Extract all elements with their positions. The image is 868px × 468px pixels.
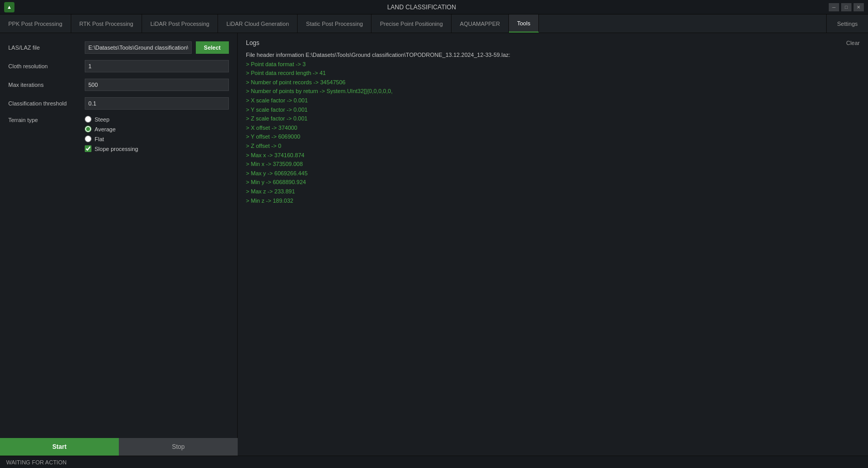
las-file-input[interactable] bbox=[85, 41, 192, 54]
logs-title: Logs bbox=[246, 39, 259, 47]
tab-lidar-cloud[interactable]: LiDAR Cloud Generation bbox=[218, 14, 298, 33]
log-line: > Point data record length -> 41 bbox=[246, 69, 860, 78]
log-line: > Min x -> 373509.008 bbox=[246, 160, 860, 169]
log-line: > Max z -> 233.891 bbox=[246, 187, 860, 197]
slope-processing-label: Slope processing bbox=[95, 146, 138, 152]
start-button[interactable]: Start bbox=[0, 438, 119, 456]
terrain-average-option[interactable]: Average bbox=[85, 126, 138, 132]
log-line: > Point data format -> 3 bbox=[246, 60, 860, 69]
slope-processing-checkbox[interactable] bbox=[85, 145, 91, 152]
max-iterations-row: Max iterations bbox=[8, 79, 229, 91]
select-button[interactable]: Select bbox=[196, 41, 229, 54]
terrain-flat-option[interactable]: Flat bbox=[85, 135, 138, 142]
app-logo: ▲ bbox=[4, 2, 14, 12]
class-threshold-label: Classification threshold bbox=[8, 100, 81, 107]
terrain-steep-radio[interactable] bbox=[85, 116, 91, 123]
settings-button[interactable]: Settings bbox=[826, 14, 868, 33]
logs-header: Logs Clear bbox=[246, 39, 860, 47]
terrain-steep-label: Steep bbox=[95, 116, 110, 123]
tab-ppk[interactable]: PPK Post Processing bbox=[0, 14, 71, 33]
las-file-row: LAS/LAZ file Select bbox=[8, 41, 229, 54]
cloth-resolution-input[interactable] bbox=[85, 60, 229, 72]
log-line: > Number of points by return -> System.U… bbox=[246, 87, 860, 96]
log-line: File header information E:\Datasets\Tool… bbox=[246, 51, 860, 60]
slope-processing-option[interactable]: Slope processing bbox=[85, 145, 138, 152]
class-threshold-input[interactable] bbox=[85, 97, 229, 110]
status-bar: WAITING FOR ACTION bbox=[0, 456, 868, 468]
tab-aquamapper[interactable]: AQUAMAPPER bbox=[452, 14, 509, 33]
class-threshold-row: Classification threshold bbox=[8, 97, 229, 110]
log-line: > Z offset -> 0 bbox=[246, 142, 860, 151]
window-title: LAND CLASSIFICATION bbox=[14, 4, 829, 11]
log-line: > Max y -> 6069266.445 bbox=[246, 169, 860, 178]
log-line: > X offset -> 374000 bbox=[246, 124, 860, 133]
log-line: > Number of point records -> 34547506 bbox=[246, 78, 860, 87]
max-iterations-input[interactable] bbox=[85, 79, 229, 91]
log-line: > Y scale factor -> 0.001 bbox=[246, 105, 860, 115]
max-iter-label: Max iterations bbox=[8, 82, 81, 88]
restore-button[interactable]: □ bbox=[841, 3, 851, 11]
status-text: WAITING FOR ACTION bbox=[6, 459, 67, 465]
cloth-resolution-row: Cloth resolution bbox=[8, 60, 229, 72]
tab-rtk[interactable]: RTK Post Processing bbox=[71, 14, 142, 33]
tab-tools[interactable]: Tools bbox=[509, 14, 539, 33]
log-line: > Min y -> 6068890.924 bbox=[246, 178, 860, 187]
log-line: > Y offset -> 6069000 bbox=[246, 132, 860, 142]
minimize-button[interactable]: ─ bbox=[829, 3, 839, 11]
title-bar: ▲ LAND CLASSIFICATION ─ □ ✕ bbox=[0, 0, 868, 14]
close-button[interactable]: ✕ bbox=[854, 3, 864, 11]
left-panel: LAS/LAZ file Select Cloth resolution Max… bbox=[0, 33, 238, 456]
terrain-average-label: Average bbox=[95, 126, 116, 132]
tab-lidar[interactable]: LiDAR Post Processing bbox=[142, 14, 218, 33]
stop-button[interactable]: Stop bbox=[119, 438, 238, 456]
right-panel: Logs Clear File header information E:\Da… bbox=[238, 33, 868, 456]
log-line: > Max x -> 374160.874 bbox=[246, 151, 860, 160]
terrain-flat-radio[interactable] bbox=[85, 135, 91, 142]
terrain-flat-label: Flat bbox=[95, 136, 104, 142]
terrain-options: Steep Average Flat Slope processing bbox=[85, 116, 138, 152]
cloth-label: Cloth resolution bbox=[8, 63, 81, 69]
log-line: > Z scale factor -> 0.001 bbox=[246, 114, 860, 124]
logs-content: File header information E:\Datasets\Tool… bbox=[246, 51, 860, 449]
log-line: > Min z -> 189.032 bbox=[246, 197, 860, 206]
window-controls: ─ □ ✕ bbox=[829, 3, 864, 11]
tab-ppp[interactable]: Precise Point Positioning bbox=[371, 14, 452, 33]
action-buttons: Start Stop bbox=[0, 438, 238, 456]
tab-bar: PPK Post Processing RTK Post Processing … bbox=[0, 14, 868, 33]
terrain-steep-option[interactable]: Steep bbox=[85, 116, 138, 123]
terrain-label: Terrain type bbox=[8, 116, 81, 152]
tab-static[interactable]: Static Post Processing bbox=[298, 14, 371, 33]
terrain-type-section: Terrain type Steep Average Flat Slope pr… bbox=[8, 116, 229, 152]
log-line: > X scale factor -> 0.001 bbox=[246, 96, 860, 105]
las-label: LAS/LAZ file bbox=[8, 44, 81, 51]
clear-button[interactable]: Clear bbox=[846, 40, 860, 46]
main-content: LAS/LAZ file Select Cloth resolution Max… bbox=[0, 33, 868, 456]
terrain-average-radio[interactable] bbox=[85, 126, 91, 132]
